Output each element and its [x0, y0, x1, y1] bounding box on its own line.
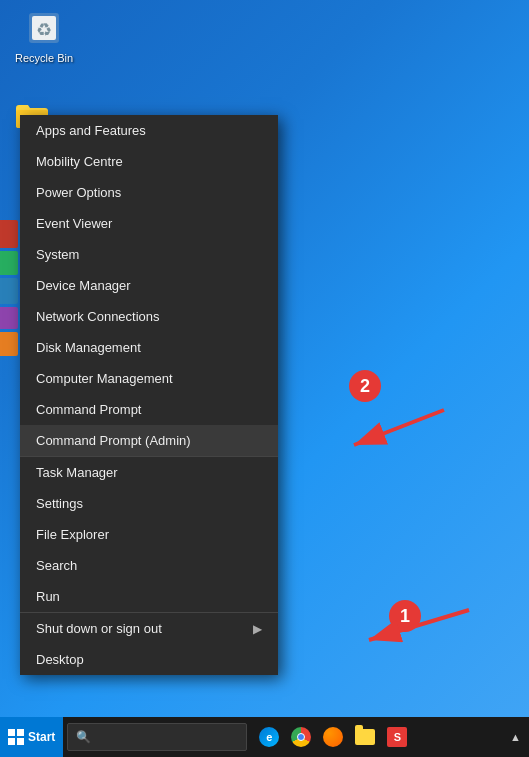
menu-item-computer-management[interactable]: Computer Management — [20, 363, 278, 394]
svg-line-7 — [369, 610, 469, 640]
svg-text:♻: ♻ — [36, 20, 52, 40]
taskbar-app-icons: e S — [255, 723, 411, 751]
desktop: ♻ Recycle Bin Apps and Features Mobility… — [0, 0, 529, 757]
menu-item-network-connections[interactable]: Network Connections — [20, 301, 278, 332]
menu-item-desktop[interactable]: Desktop — [20, 644, 278, 675]
svg-rect-10 — [8, 738, 15, 745]
svg-rect-8 — [8, 729, 15, 736]
chrome-taskbar-button[interactable] — [287, 723, 315, 751]
taskbar: Start 🔍 e — [0, 717, 529, 757]
system-tray: ▲ — [510, 731, 529, 743]
arrow-2-svg — [334, 400, 454, 455]
file-explorer-taskbar-button[interactable] — [351, 723, 379, 751]
side-app-icons — [0, 220, 18, 356]
side-icon-5 — [0, 332, 18, 356]
tray-time: ▲ — [510, 731, 521, 743]
taskbar-search-icon: 🔍 — [76, 730, 91, 744]
menu-item-file-explorer[interactable]: File Explorer — [20, 519, 278, 550]
firefox-icon — [323, 727, 343, 747]
menu-item-task-manager[interactable]: Task Manager — [20, 457, 278, 488]
menu-item-device-manager[interactable]: Device Manager — [20, 270, 278, 301]
sophos-icon: S — [387, 727, 407, 747]
recycle-bin-svg: ♻ — [24, 8, 64, 48]
menu-item-event-viewer[interactable]: Event Viewer — [20, 208, 278, 239]
menu-item-disk-management[interactable]: Disk Management — [20, 332, 278, 363]
menu-section-3: Shut down or sign out ▶ Desktop — [20, 613, 278, 675]
menu-item-apps-features[interactable]: Apps and Features — [20, 115, 278, 146]
menu-item-command-prompt[interactable]: Command Prompt — [20, 394, 278, 425]
chrome-inner — [297, 733, 305, 741]
side-icon-1 — [0, 220, 18, 248]
sophos-taskbar-button[interactable]: S — [383, 723, 411, 751]
edge-icon: e — [259, 727, 279, 747]
context-menu: Apps and Features Mobility Centre Power … — [20, 115, 278, 675]
side-icon-2 — [0, 251, 18, 275]
menu-item-mobility-centre[interactable]: Mobility Centre — [20, 146, 278, 177]
menu-item-search[interactable]: Search — [20, 550, 278, 581]
svg-line-5 — [354, 410, 444, 445]
svg-rect-9 — [17, 729, 24, 736]
svg-rect-11 — [17, 738, 24, 745]
edge-taskbar-button[interactable]: e — [255, 723, 283, 751]
submenu-arrow-icon: ▶ — [253, 622, 262, 636]
firefox-taskbar-button[interactable] — [319, 723, 347, 751]
chrome-icon — [291, 727, 311, 747]
taskbar-search-bar[interactable]: 🔍 — [67, 723, 247, 751]
menu-item-run[interactable]: Run — [20, 581, 278, 612]
menu-item-command-prompt-admin[interactable]: Command Prompt (Admin) — [20, 425, 278, 456]
start-label: Start — [28, 730, 55, 744]
menu-item-power-options[interactable]: Power Options — [20, 177, 278, 208]
side-icon-4 — [0, 307, 18, 329]
recycle-bin-label: Recycle Bin — [15, 52, 73, 64]
arrow-1-svg — [349, 600, 479, 650]
start-button[interactable]: Start — [0, 717, 63, 757]
menu-item-settings[interactable]: Settings — [20, 488, 278, 519]
badge-2: 2 — [349, 370, 381, 402]
side-icon-3 — [0, 278, 18, 304]
menu-item-system[interactable]: System — [20, 239, 278, 270]
windows-logo-icon — [8, 729, 24, 745]
menu-item-shut-down[interactable]: Shut down or sign out ▶ — [20, 613, 278, 644]
folder-taskbar-icon — [355, 729, 375, 745]
recycle-bin-icon[interactable]: ♻ Recycle Bin — [14, 8, 74, 64]
menu-section-2: Task Manager Settings File Explorer Sear… — [20, 457, 278, 613]
menu-section-1: Apps and Features Mobility Centre Power … — [20, 115, 278, 457]
